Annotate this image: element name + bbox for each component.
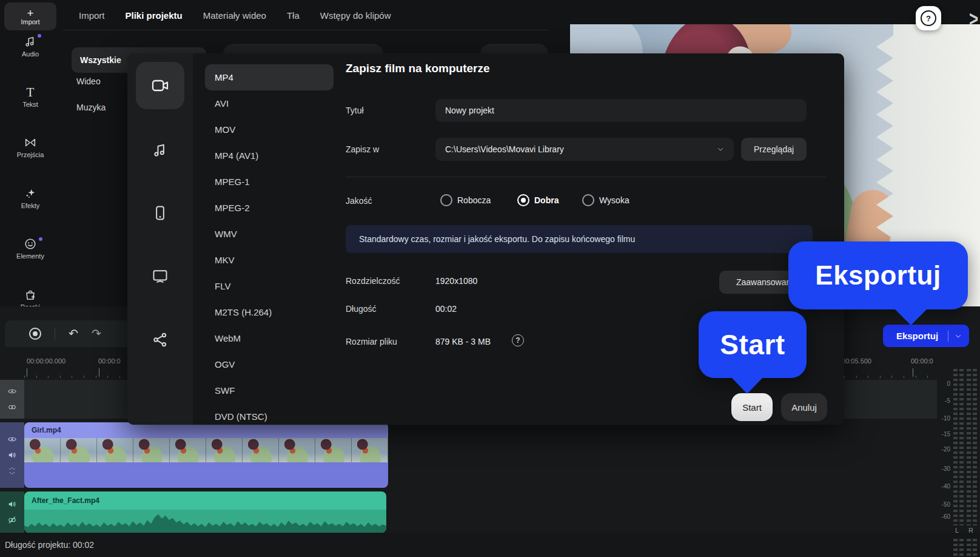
speaker-icon[interactable]: [7, 499, 17, 509]
plus-icon: +: [27, 8, 33, 18]
redo-icon[interactable]: ↷: [92, 328, 101, 339]
meter-bar-left: [953, 369, 964, 525]
track-header-linked: [0, 380, 24, 419]
notification-dot: [38, 34, 41, 38]
category-tv[interactable]: [152, 268, 169, 285]
format-option-mkv[interactable]: MKV: [205, 247, 334, 273]
tab-wstepy-do-klipow[interactable]: Wstępy do klipów: [320, 10, 391, 21]
format-option-mp4-av1[interactable]: MP4 (AV1): [205, 143, 334, 169]
dialog-divider: [346, 177, 826, 177]
format-option-mpeg2[interactable]: MPEG-2: [205, 195, 334, 221]
category-video[interactable]: [136, 62, 184, 109]
cancel-button[interactable]: Anuluj: [781, 393, 827, 421]
title-input[interactable]: Nowy projekt: [435, 99, 807, 122]
category-share[interactable]: [152, 331, 169, 348]
sidebar: + Import Audio T Tekst Przejścia Efekty …: [0, 0, 61, 309]
tab-pliki-projektu[interactable]: Pliki projektu: [126, 10, 183, 21]
title-field-label: Tytuł: [346, 106, 364, 115]
link-icon[interactable]: [7, 402, 17, 412]
duration-label: Długość: [346, 304, 377, 314]
export-button[interactable]: Eksportuj: [883, 325, 969, 347]
format-option-mov[interactable]: MOV: [205, 116, 334, 143]
help-button[interactable]: ?: [916, 6, 941, 30]
quality-option-robocza[interactable]: Robocza: [440, 194, 491, 206]
quality-option-wysoka[interactable]: Wysoka: [582, 194, 629, 206]
format-option-avi[interactable]: AVI: [205, 90, 334, 116]
radio-icon[interactable]: [440, 194, 452, 206]
share-icon: [152, 331, 169, 348]
sidebar-item-audio[interactable]: Audio: [0, 35, 61, 58]
question-icon: ?: [921, 10, 936, 26]
filesize-value: 879 KB - 3 MB: [435, 337, 491, 346]
tab-materialy-wideo[interactable]: Materiały wideo: [203, 10, 266, 21]
sidebar-item-import[interactable]: + Import: [4, 2, 56, 30]
format-option-swf[interactable]: SWF: [205, 377, 334, 403]
category-audio[interactable]: [152, 142, 169, 159]
format-option-mpeg1[interactable]: MPEG-1: [205, 169, 334, 195]
meter-bar-left-tail: [953, 539, 964, 557]
format-option-m2ts[interactable]: M2TS (H.264): [205, 299, 334, 325]
audio-clip[interactable]: After_the_Fact.mp4: [24, 491, 386, 533]
tab-tla[interactable]: Tła: [287, 10, 300, 21]
format-option-flv[interactable]: FLV: [205, 273, 334, 299]
shopping-bag-icon: [24, 288, 37, 302]
eye-icon[interactable]: [7, 387, 17, 396]
format-option-dvd-ntsc[interactable]: DVD (NTSC): [205, 403, 334, 425]
filesize-help-icon[interactable]: ?: [512, 334, 524, 346]
start-button[interactable]: Start: [731, 393, 773, 421]
format-option-wmv[interactable]: WMV: [205, 221, 334, 247]
format-list: MP4 AVI MOV MP4 (AV1) MPEG-1 MPEG-2 WMV …: [205, 64, 332, 425]
quality-info-banner: Standardowy czas, rozmiar i jakość ekspo…: [346, 225, 813, 253]
ruler-major-tick: [27, 368, 27, 377]
button-divider: [948, 331, 948, 342]
radio-icon[interactable]: [582, 194, 594, 206]
sidebar-item-elementy[interactable]: Elementy: [0, 237, 61, 260]
video-clip[interactable]: Girl.mp4: [24, 422, 388, 488]
radio-icon-selected[interactable]: [517, 194, 529, 206]
app-window: Import Pliki projektu Materiały wideo Tł…: [0, 0, 980, 557]
format-option-ogv[interactable]: OGV: [205, 351, 334, 377]
category-mobile[interactable]: [152, 204, 169, 221]
undo-icon[interactable]: ↶: [69, 328, 78, 339]
sidebar-item-przejscia[interactable]: Przejścia: [0, 136, 61, 158]
phone-icon: [152, 204, 169, 221]
save-path-select[interactable]: C:\Users\Videos\Movavi Library: [435, 138, 734, 161]
dialog-title: Zapisz film na komputerze: [346, 62, 490, 75]
music-note-icon: [152, 142, 169, 159]
video-camera-icon: [150, 76, 170, 95]
project-duration-status: Długość projektu: 00:02: [5, 540, 94, 550]
browse-button[interactable]: Przeglądaj: [741, 138, 807, 161]
top-tab-bar: Import Pliki projektu Materiały wideo Tł…: [61, 0, 570, 30]
format-category-rail: [127, 53, 193, 425]
clip-thumbnails: [24, 438, 388, 462]
unlink-icon[interactable]: [7, 515, 17, 525]
monitor-icon: [152, 268, 169, 285]
clip-name: Girl.mp4: [32, 426, 61, 434]
ruler-major-tick: [99, 368, 99, 377]
ruler-ticks[interactable]: [24, 371, 127, 378]
format-option-webm[interactable]: WebM: [205, 325, 334, 351]
quality-option-dobra[interactable]: Dobra: [517, 194, 559, 206]
tab-import[interactable]: Import: [79, 10, 105, 21]
media-category-wideo[interactable]: Wideo: [76, 76, 101, 86]
transitions-icon: [24, 136, 37, 149]
media-category-muzyka[interactable]: Muzyka: [76, 103, 106, 112]
speaker-icon[interactable]: [7, 450, 17, 460]
chevron-right-icon[interactable]: >: [969, 7, 978, 32]
sidebar-item-tekst[interactable]: T Tekst: [0, 86, 61, 108]
ruler-ticks[interactable]: [844, 371, 934, 378]
ruler-timestamp: 00:00:00.000: [27, 357, 65, 365]
keyframes-icon[interactable]: [7, 466, 17, 476]
save-path-label: Zapisz w: [346, 144, 379, 154]
eye-icon[interactable]: [7, 434, 17, 444]
resolution-value: 1920x1080: [435, 276, 477, 286]
chevron-down-icon[interactable]: [955, 333, 962, 340]
record-icon[interactable]: [29, 328, 41, 340]
meter-channel-left: L: [955, 527, 959, 534]
filesize-label: Rozmiar pliku: [346, 337, 397, 346]
callout-eksportuj: Eksportuj: [788, 241, 968, 309]
format-option-mp4[interactable]: MP4: [205, 64, 334, 90]
sidebar-item-efekty[interactable]: Efekty: [0, 187, 61, 209]
notification-dot: [39, 237, 42, 241]
meter-bar-right-tail: [967, 539, 977, 557]
